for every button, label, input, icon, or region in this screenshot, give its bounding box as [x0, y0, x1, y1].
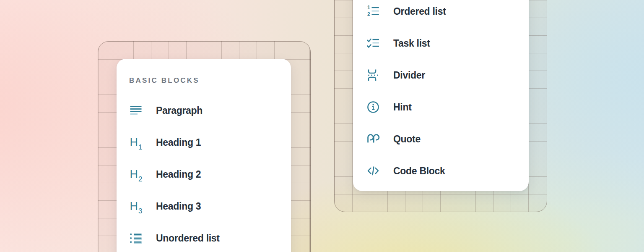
- code-block-icon: [366, 164, 380, 178]
- menu-item-hint[interactable]: Hint: [366, 91, 518, 123]
- menu-item-label: Ordered list: [393, 6, 446, 17]
- blocks-menu-panel-continued: 1 2 Ordered list Task list: [353, 0, 529, 191]
- menu-item-label: Hint: [393, 102, 412, 113]
- menu-item-heading-1[interactable]: H1 Heading 1: [129, 126, 279, 158]
- menu-item-task-list[interactable]: Task list: [366, 27, 518, 59]
- paragraph-icon: [129, 104, 143, 117]
- svg-text:1: 1: [367, 5, 370, 10]
- menu-item-label: Heading 3: [156, 201, 201, 212]
- quote-icon: [366, 132, 380, 146]
- menu-item-heading-2[interactable]: H2 Heading 2: [129, 158, 279, 190]
- illustration-canvas: BASIC BLOCKS Paragraph H1 Heading 1 H2: [0, 0, 644, 252]
- menu-item-divider[interactable]: Divider: [366, 59, 518, 91]
- menu-item-quote[interactable]: Quote: [366, 123, 518, 155]
- unordered-list-icon: [129, 231, 143, 245]
- menu-item-ordered-list[interactable]: 1 2 Ordered list: [366, 0, 518, 27]
- heading-2-icon: H2: [129, 168, 143, 181]
- menu-item-label: Quote: [393, 134, 421, 145]
- heading-3-icon: H3: [129, 200, 143, 213]
- menu-item-label: Paragraph: [156, 105, 203, 116]
- section-header: BASIC BLOCKS: [129, 75, 279, 86]
- menu-item-label: Task list: [393, 38, 430, 49]
- ordered-list-icon: 1 2: [366, 5, 380, 18]
- divider-icon: [366, 68, 380, 82]
- menu-item-label: Code Block: [393, 165, 445, 177]
- menu-item-label: Divider: [393, 70, 425, 81]
- hint-icon: [366, 100, 380, 114]
- svg-text:2: 2: [367, 11, 370, 17]
- menu-item-heading-3[interactable]: H3 Heading 3: [129, 190, 279, 222]
- menu-item-label: Heading 2: [156, 169, 201, 180]
- menu-item-label: Heading 1: [156, 137, 201, 148]
- menu-item-code-block[interactable]: Code Block: [366, 155, 518, 187]
- menu-item-paragraph[interactable]: Paragraph: [129, 94, 279, 126]
- heading-1-icon: H1: [129, 136, 143, 149]
- menu-item-label: Unordered list: [156, 233, 220, 244]
- task-list-icon: [366, 37, 380, 50]
- menu-item-unordered-list[interactable]: Unordered list: [129, 222, 279, 252]
- basic-blocks-menu-panel: BASIC BLOCKS Paragraph H1 Heading 1 H2: [117, 59, 291, 252]
